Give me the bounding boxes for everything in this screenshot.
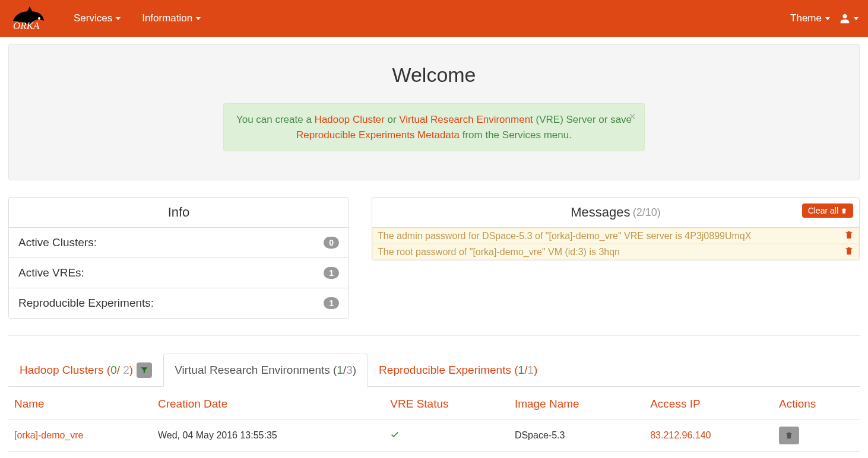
nav-services-label: Services (74, 12, 112, 24)
trash-icon (844, 246, 854, 256)
check-icon (390, 430, 400, 439)
vre-ip-link[interactable]: 83.212.96.140 (650, 430, 711, 440)
messages-header: Messages (2/10) Clear all (372, 198, 859, 228)
tabs: Hadoop Clusters (0/ 2) Virtual Research … (8, 354, 860, 387)
svg-point-0 (38, 17, 40, 20)
clear-all-button[interactable]: Clear all (802, 203, 853, 218)
tab-label: Virtual Research Environments (175, 364, 330, 376)
navbar-right: Theme (787, 8, 859, 29)
tab-total-count: 3 (346, 364, 353, 376)
chevron-down-icon (825, 17, 830, 20)
messages-count: (2/10) (633, 206, 661, 219)
info-item-vres: Active VREs: 1 (9, 258, 349, 288)
table-header-row: Name Creation Date VRE Status Image Name… (8, 389, 860, 419)
link-hadoop-cluster[interactable]: Hadoop Cluster (315, 114, 385, 125)
tab-label: Reproducible Experiments (379, 364, 511, 376)
nav-information-label: Information (142, 12, 192, 24)
delete-message-button[interactable] (844, 246, 854, 257)
tab-active-count: 0 (110, 364, 117, 376)
col-date[interactable]: Creation Date (152, 389, 384, 419)
vre-table: Name Creation Date VRE Status Image Name… (8, 389, 860, 452)
trash-icon (844, 230, 854, 240)
message-text: The admin password for DSpace-5.3 of "[o… (378, 231, 751, 241)
navbar-left: ORKA Services Information (9, 5, 204, 31)
table-row: [orka]-demo_vre Wed, 04 May 2016 13:55:3… (8, 419, 860, 452)
messages-panel: Messages (2/10) Clear all The admin pass… (372, 197, 860, 260)
messages-title: Messages (571, 205, 630, 220)
brand-logo[interactable]: ORKA (9, 5, 56, 31)
info-count-badge: 0 (324, 237, 339, 249)
chevron-down-icon (196, 17, 201, 20)
filter-button[interactable] (137, 362, 152, 378)
orka-logo-icon: ORKA (9, 5, 56, 31)
info-label: Active VREs: (18, 266, 84, 279)
alert-text-post1: (VRE) Server or save (533, 114, 632, 125)
tab-vre[interactable]: Virtual Research Environments (1/3) (163, 354, 368, 387)
welcome-alert: × You can create a Hadoop Cluster or Vir… (223, 103, 645, 151)
close-icon[interactable]: × (629, 110, 636, 123)
divider (8, 335, 860, 336)
nav-theme-label: Theme (790, 12, 822, 24)
nav-user-menu[interactable] (838, 12, 859, 25)
welcome-jumbotron: Welcome × You can create a Hadoop Cluste… (8, 44, 860, 180)
col-actions[interactable]: Actions (773, 389, 860, 419)
tab-repro-experiments[interactable]: Reproducible Experiments (1/1) (368, 354, 549, 387)
svg-text:ORKA: ORKA (13, 20, 40, 31)
tab-hadoop-clusters[interactable]: Hadoop Clusters (0/ 2) (8, 354, 163, 387)
info-messages-row: Info Active Clusters: 0 Active VREs: 1 R… (8, 197, 860, 319)
page-title: Welcome (17, 63, 851, 87)
clear-all-label: Clear all (808, 206, 838, 215)
vre-name-link[interactable]: [orka]-demo_vre (14, 430, 84, 440)
navbar: ORKA Services Information Theme (0, 0, 868, 37)
trash-icon (785, 431, 793, 440)
nav-services[interactable]: Services (70, 8, 124, 29)
nav-theme[interactable]: Theme (787, 8, 834, 29)
alert-text-pre1: You can create a (236, 114, 315, 125)
delete-vre-button[interactable] (779, 427, 799, 444)
nav-information[interactable]: Information (138, 8, 204, 29)
chevron-down-icon (854, 17, 859, 20)
info-count-badge: 1 (324, 297, 339, 309)
tab-label: Hadoop Clusters (20, 364, 104, 376)
message-row: The admin password for DSpace-5.3 of "[o… (372, 228, 859, 244)
info-label: Active Clusters: (18, 236, 97, 249)
user-icon (838, 12, 851, 25)
message-text: The root password of "[orka]-demo_vre" V… (378, 247, 620, 257)
info-count-badge: 1 (324, 267, 339, 279)
link-vre[interactable]: Virtual Research Environment (399, 114, 533, 125)
alert-text-mid1: or (385, 114, 400, 125)
col-image[interactable]: Image Name (509, 389, 644, 419)
info-item-repro: Reproducible Experiments: 1 (9, 288, 349, 318)
vre-date: Wed, 04 May 2016 13:55:35 (152, 419, 384, 452)
tab-total-count: 1 (527, 364, 534, 376)
chevron-down-icon (116, 17, 121, 20)
info-item-clusters: Active Clusters: 0 (9, 228, 349, 258)
tab-active-count: 1 (337, 364, 343, 376)
tab-active-count: 1 (518, 364, 525, 376)
link-repro-experiments[interactable]: Reproducible Experiments Metadata (296, 129, 460, 141)
tab-total-count: 2 (123, 364, 129, 376)
trash-icon (841, 208, 847, 214)
info-panel: Info Active Clusters: 0 Active VREs: 1 R… (8, 197, 349, 319)
col-name[interactable]: Name (8, 389, 152, 419)
alert-text-post2: from the Services menu. (460, 129, 572, 141)
status-active-icon (390, 431, 400, 441)
info-label: Reproducible Experiments: (18, 297, 154, 310)
info-heading: Info (9, 198, 349, 228)
col-ip[interactable]: Access IP (644, 389, 773, 419)
delete-message-button[interactable] (844, 230, 854, 241)
col-status[interactable]: VRE Status (384, 389, 509, 419)
vre-image: DSpace-5.3 (509, 419, 644, 452)
main-container: Welcome × You can create a Hadoop Cluste… (0, 37, 868, 458)
message-row: The root password of "[orka]-demo_vre" V… (372, 244, 859, 260)
filter-icon (140, 366, 148, 374)
